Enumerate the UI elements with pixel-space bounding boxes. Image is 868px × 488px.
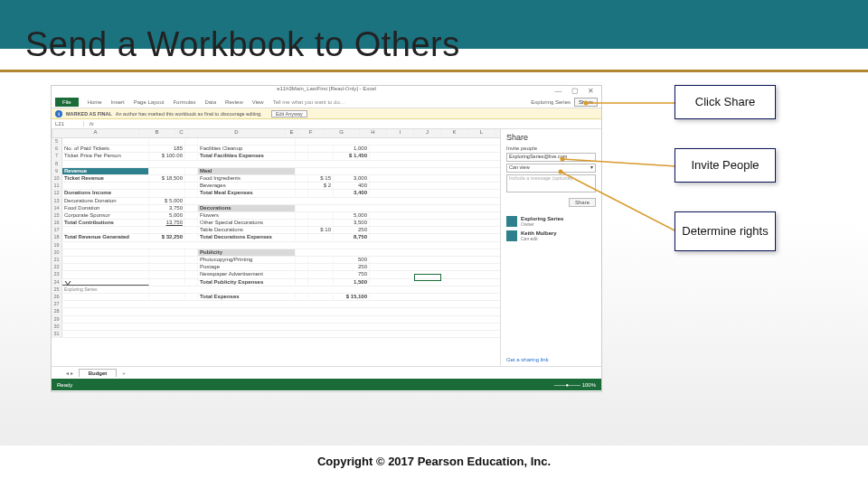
- callout-click-share: Click Share: [675, 85, 776, 119]
- message-input[interactable]: Include a message (optional): [506, 174, 596, 192]
- sheet-tabs: ◂ ▸ Budget +: [52, 366, 601, 379]
- invite-people-label: Invite people: [506, 145, 596, 151]
- worksheet[interactable]: A B C D E F G H I J K L M N 5 6N: [52, 129, 500, 366]
- share-pane: Share Invite people ExploringSeries@live…: [500, 129, 601, 366]
- grid[interactable]: 5 6No. of Paid Tickets185Facilities Clea…: [52, 138, 500, 338]
- info-icon: i: [55, 110, 62, 117]
- fx-label[interactable]: fx: [84, 121, 99, 127]
- invite-email-input[interactable]: ExploringSeries@live.com: [506, 153, 596, 162]
- new-sheet-button[interactable]: +: [122, 371, 126, 376]
- column-headers: A B C D E F G H I J K L M N: [52, 129, 500, 138]
- status-ready: Ready: [57, 382, 72, 388]
- tab-page-layout[interactable]: Page Layout: [134, 99, 165, 105]
- account-name[interactable]: Exploring Series: [531, 99, 571, 105]
- edit-anyway-button[interactable]: Edit Anyway: [271, 110, 307, 117]
- share-user: Exploring SeriesOwner: [506, 216, 596, 227]
- callout-invite-people: Invite People: [675, 148, 776, 183]
- share-submit-button[interactable]: Share: [569, 198, 596, 207]
- zoom-slider[interactable]: ───●───: [554, 382, 580, 388]
- marked-final-text: An author has marked this workbook as fi…: [116, 111, 262, 117]
- permission-select[interactable]: Can view▾: [506, 164, 596, 173]
- excel-titlebar: e11h3Main_LastFirst [Read-Only] - Excel …: [52, 86, 601, 96]
- name-box[interactable]: L21: [52, 121, 84, 127]
- excel-window: e11h3Main_LastFirst [Read-Only] - Excel …: [51, 85, 602, 392]
- formula-bar: L21 fx: [52, 119, 601, 129]
- marked-final-bar: i MARKED AS FINAL An author has marked t…: [52, 108, 601, 119]
- stage: e11h3Main_LastFirst [Read-Only] - Excel …: [0, 72, 868, 446]
- get-sharing-link[interactable]: Get a sharing link: [506, 357, 596, 362]
- share-user: Keith MulberyCan edit: [506, 230, 596, 241]
- tab-insert[interactable]: Insert: [111, 99, 125, 105]
- avatar: [506, 230, 517, 241]
- tab-nav-icon[interactable]: ◂ ▸: [66, 370, 73, 376]
- tell-me[interactable]: Tell me what you want to do…: [273, 99, 523, 105]
- tab-home[interactable]: Home: [88, 99, 102, 105]
- status-bar: Ready ───●─── 100%: [52, 379, 601, 390]
- tab-review[interactable]: Review: [225, 99, 243, 105]
- avatar: [506, 216, 517, 227]
- file-tab[interactable]: File: [55, 98, 79, 107]
- page-title: Send a Workbook to Others: [25, 25, 843, 64]
- tab-formulas[interactable]: Formulas: [173, 99, 195, 105]
- marked-final-label: MARKED AS FINAL: [66, 111, 112, 117]
- sheet-tab-budget[interactable]: Budget: [79, 369, 118, 377]
- title-wrap: Send a Workbook to Others: [0, 25, 868, 72]
- share-button[interactable]: Share: [574, 98, 598, 107]
- zoom-value: 100%: [582, 382, 596, 388]
- tab-data[interactable]: Data: [204, 99, 216, 105]
- ribbon: File Home Insert Page Layout Formulas Da…: [52, 96, 601, 108]
- copyright: Copyright © 2017 Pearson Education, Inc.: [0, 446, 868, 488]
- callout-determine-rights: Determine rights: [675, 211, 776, 251]
- chevron-down-icon: ▾: [590, 164, 593, 172]
- tab-view[interactable]: View: [252, 99, 264, 105]
- excel-title-text: e11h3Main_LastFirst [Read-Only] - Excel: [277, 86, 376, 91]
- share-pane-title: Share: [506, 133, 596, 142]
- window-buttons[interactable]: — ▢ ✕: [555, 87, 598, 95]
